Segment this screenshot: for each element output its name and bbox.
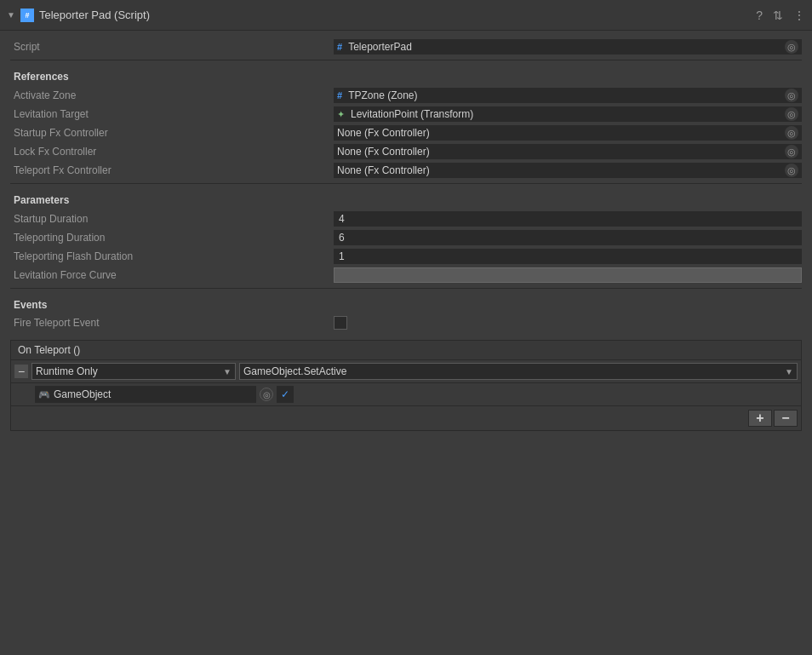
levitation-target-btn[interactable]: ◎ (785, 107, 798, 121)
divider-2 (10, 183, 802, 184)
help-icon[interactable]: ? (756, 9, 763, 22)
script-label: Script (10, 41, 334, 53)
teleport-fx-field[interactable]: None (Fx Controller) ◎ (334, 163, 802, 178)
event-item-row: − Runtime Only ▼ GameObject.SetActive ▼ (11, 360, 801, 383)
title-bar: ▼ # Teleporter Pad (Script) ? ⇅ ⋮ (0, 0, 812, 31)
teleport-fx-btn[interactable]: ◎ (785, 164, 798, 177)
startup-duration-value (334, 211, 802, 227)
gameobject-row: 🎮 GameObject ◎ ✓ (11, 383, 801, 405)
startup-duration-row: Startup Duration (10, 210, 802, 228)
script-icon: # (20, 9, 34, 22)
levitation-target-icon: ✦ (337, 109, 345, 120)
teleport-fx-label: Teleport Fx Controller (10, 164, 334, 176)
levitation-target-field[interactable]: ✦ LevitationPoint (Transform) ◎ (334, 106, 802, 122)
parameters-section-header: Parameters (10, 187, 802, 210)
add-event-button[interactable]: + (748, 410, 772, 427)
teleporting-duration-row: Teleporting Duration (10, 228, 802, 247)
on-teleport-label: On Teleport () (18, 344, 80, 356)
fire-teleport-event-value (334, 316, 802, 330)
levitation-force-curve-field[interactable] (334, 267, 802, 283)
fire-teleport-event-label: Fire Teleport Event (10, 317, 334, 329)
levitation-target-value: ✦ LevitationPoint (Transform) ◎ (334, 106, 802, 122)
startup-duration-label: Startup Duration (10, 213, 334, 225)
levitation-force-curve-row: Levitation Force Curve (10, 266, 802, 284)
levitation-force-curve-value (334, 267, 802, 283)
startup-fx-text: None (Fx Controller) (337, 127, 785, 139)
divider-1 (10, 60, 802, 60)
teleport-fx-row: Teleport Fx Controller None (Fx Controll… (10, 161, 802, 180)
script-hash-icon: # (337, 42, 342, 52)
teleporting-duration-label: Teleporting Duration (10, 232, 334, 244)
script-object-field[interactable]: # TeleporterPad ◎ (334, 39, 802, 55)
runtime-only-label: Runtime Only (36, 365, 98, 377)
fire-teleport-event-checkbox[interactable] (334, 316, 347, 330)
on-teleport-header: On Teleport () (10, 340, 802, 360)
component-title: Teleporter Pad (Script) (39, 9, 150, 21)
fire-teleport-event-row: Fire Teleport Event (10, 314, 802, 331)
lock-fx-text: None (Fx Controller) (337, 146, 785, 158)
action-dropdown-arrow-icon: ▼ (785, 367, 793, 376)
startup-fx-field[interactable]: None (Fx Controller) ◎ (334, 125, 802, 141)
divider-3 (10, 288, 802, 289)
levitation-force-curve-label: Levitation Force Curve (10, 269, 334, 281)
events-section: On Teleport () − Runtime Only ▼ GameObje… (10, 336, 802, 431)
settings-icon[interactable]: ⇅ (773, 9, 783, 22)
lock-fx-field[interactable]: None (Fx Controller) ◎ (334, 144, 802, 159)
levitation-target-row: Levitation Target ✦ LevitationPoint (Tra… (10, 105, 802, 124)
startup-fx-row: Startup Fx Controller None (Fx Controlle… (10, 124, 802, 142)
checkmark-icon: ✓ (281, 388, 289, 400)
action-label: GameObject.SetActive (243, 365, 346, 377)
lock-fx-label: Lock Fx Controller (10, 146, 334, 158)
teleporting-flash-duration-label: Teleporting Flash Duration (10, 250, 334, 262)
activate-zone-field[interactable]: # TPZone (Zone) ◎ (334, 88, 802, 103)
title-bar-right: ? ⇅ ⋮ (756, 9, 805, 22)
teleporting-flash-duration-row: Teleporting Flash Duration (10, 247, 802, 266)
teleport-fx-value: None (Fx Controller) ◎ (334, 163, 802, 178)
teleporting-duration-input[interactable] (334, 230, 802, 245)
teleporting-duration-value (334, 230, 802, 245)
action-dropdown[interactable]: GameObject.SetActive ▼ (239, 363, 798, 380)
lock-fx-row: Lock Fx Controller None (Fx Controller) … (10, 142, 802, 161)
script-value-text: # TeleporterPad (337, 41, 785, 53)
remove-event-button[interactable]: − (774, 410, 798, 427)
event-minus-btn[interactable]: − (14, 365, 28, 378)
startup-fx-btn[interactable]: ◎ (785, 126, 798, 140)
lock-fx-value: None (Fx Controller) ◎ (334, 144, 802, 159)
activate-zone-target-btn[interactable]: ◎ (785, 89, 798, 102)
inspector-window: ▼ # Teleporter Pad (Script) ? ⇅ ⋮ Script… (0, 0, 812, 655)
event-rows-container: − Runtime Only ▼ GameObject.SetActive ▼ … (10, 360, 802, 431)
runtime-only-dropdown[interactable]: Runtime Only ▼ (31, 363, 236, 380)
checkmark-field[interactable]: ✓ (277, 386, 294, 403)
teleporting-flash-duration-value (334, 249, 802, 264)
collapse-arrow-icon[interactable]: ▼ (7, 10, 15, 20)
gameobject-label: GameObject (54, 388, 111, 400)
startup-fx-label: Startup Fx Controller (10, 127, 334, 139)
startup-duration-input[interactable] (334, 211, 802, 227)
script-field-row: Script # TeleporterPad ◎ (10, 37, 802, 56)
teleporting-flash-duration-input[interactable] (334, 249, 802, 264)
gameobject-field[interactable]: 🎮 GameObject (35, 386, 256, 403)
levitation-target-label: Levitation Target (10, 108, 334, 120)
title-bar-left: ▼ # Teleporter Pad (Script) (7, 9, 756, 22)
activate-zone-text: # TPZone (Zone) (337, 89, 785, 101)
gameobject-target-btn[interactable]: ◎ (260, 388, 273, 401)
activate-zone-row: Activate Zone # TPZone (Zone) ◎ (10, 86, 802, 105)
gameobject-icon: 🎮 (38, 389, 50, 400)
activate-zone-icon: # (337, 90, 342, 101)
teleport-fx-text: None (Fx Controller) (337, 164, 785, 176)
events-section-header: Events (10, 292, 802, 314)
lock-fx-btn[interactable]: ◎ (785, 145, 798, 158)
references-section-header: References (10, 64, 802, 86)
runtime-dropdown-arrow-icon: ▼ (223, 367, 232, 376)
levitation-target-text: ✦ LevitationPoint (Transform) (337, 108, 785, 120)
component-content: Script # TeleporterPad ◎ References Acti… (0, 31, 812, 438)
script-target-btn[interactable]: ◎ (785, 40, 798, 54)
script-field-value-container: # TeleporterPad ◎ (334, 39, 802, 55)
startup-fx-value: None (Fx Controller) ◎ (334, 125, 802, 141)
add-remove-row: + − (11, 405, 801, 430)
activate-zone-label: Activate Zone (10, 89, 334, 101)
more-options-icon[interactable]: ⋮ (793, 9, 805, 22)
activate-zone-value: # TPZone (Zone) ◎ (334, 88, 802, 103)
